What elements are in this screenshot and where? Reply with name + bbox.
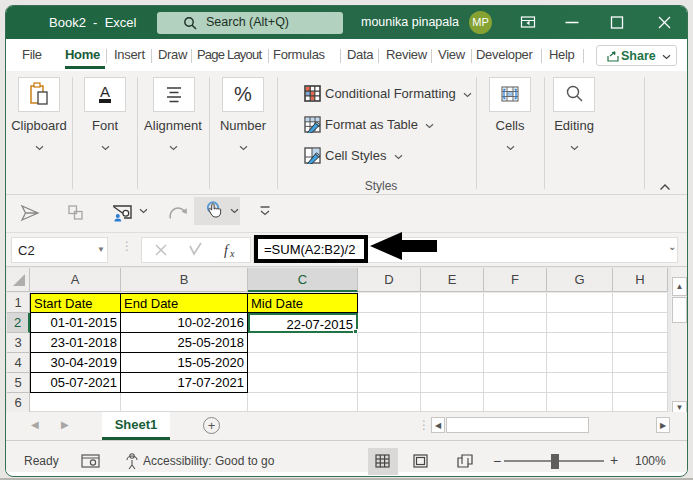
svg-text:x: x — [229, 248, 235, 259]
svg-text:A: A — [100, 83, 110, 100]
svg-text:%: % — [234, 83, 252, 105]
